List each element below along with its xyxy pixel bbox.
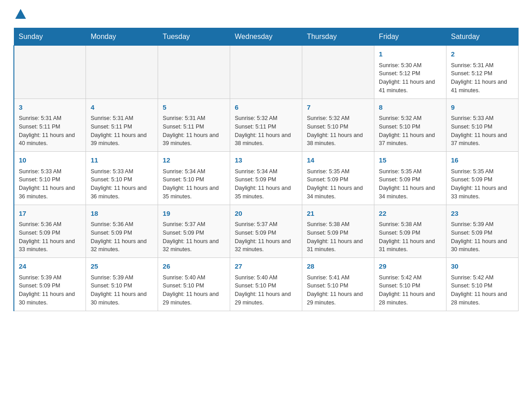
day-info: Sunrise: 5:41 AM Sunset: 5:10 PM Dayligh… — [307, 274, 369, 307]
day-info: Sunrise: 5:33 AM Sunset: 5:10 PM Dayligh… — [90, 167, 153, 201]
calendar-cell: 14Sunrise: 5:35 AM Sunset: 5:09 PM Dayli… — [302, 152, 374, 205]
day-info: Sunrise: 5:35 AM Sunset: 5:09 PM Dayligh… — [379, 167, 442, 201]
calendar-cell: 24Sunrise: 5:39 AM Sunset: 5:09 PM Dayli… — [14, 258, 86, 311]
day-info: Sunrise: 5:31 AM Sunset: 5:12 PM Dayligh… — [451, 61, 514, 95]
day-number: 15 — [379, 155, 442, 166]
day-info: Sunrise: 5:36 AM Sunset: 5:09 PM Dayligh… — [90, 220, 153, 254]
day-info: Sunrise: 5:31 AM Sunset: 5:11 PM Dayligh… — [163, 114, 225, 148]
day-info: Sunrise: 5:38 AM Sunset: 5:09 PM Dayligh… — [307, 220, 369, 254]
calendar-cell: 29Sunrise: 5:42 AM Sunset: 5:10 PM Dayli… — [374, 258, 446, 311]
calendar-cell: 26Sunrise: 5:40 AM Sunset: 5:10 PM Dayli… — [158, 258, 230, 311]
day-number: 27 — [235, 261, 297, 272]
calendar-cell: 16Sunrise: 5:35 AM Sunset: 5:09 PM Dayli… — [446, 152, 519, 205]
calendar-cell: 30Sunrise: 5:42 AM Sunset: 5:10 PM Dayli… — [446, 258, 519, 311]
day-info: Sunrise: 5:35 AM Sunset: 5:09 PM Dayligh… — [307, 167, 369, 201]
calendar-cell: 13Sunrise: 5:34 AM Sunset: 5:09 PM Dayli… — [230, 152, 302, 205]
page-header — [13, 9, 519, 20]
calendar-cell — [302, 46, 374, 99]
logo-triangle-icon — [15, 9, 26, 19]
calendar-week-row: 10Sunrise: 5:33 AM Sunset: 5:10 PM Dayli… — [14, 152, 519, 205]
day-number: 23 — [451, 209, 514, 219]
day-info: Sunrise: 5:40 AM Sunset: 5:10 PM Dayligh… — [163, 274, 225, 307]
day-info: Sunrise: 5:32 AM Sunset: 5:11 PM Dayligh… — [235, 114, 297, 148]
calendar-cell: 21Sunrise: 5:38 AM Sunset: 5:09 PM Dayli… — [302, 205, 374, 258]
day-info: Sunrise: 5:35 AM Sunset: 5:09 PM Dayligh… — [451, 167, 514, 201]
calendar-cell: 23Sunrise: 5:39 AM Sunset: 5:09 PM Dayli… — [446, 205, 519, 258]
day-number: 11 — [90, 155, 153, 166]
day-info: Sunrise: 5:34 AM Sunset: 5:09 PM Dayligh… — [235, 167, 297, 201]
calendar-header-row: SundayMondayTuesdayWednesdayThursdayFrid… — [14, 28, 519, 46]
calendar-cell: 28Sunrise: 5:41 AM Sunset: 5:10 PM Dayli… — [302, 258, 374, 311]
day-info: Sunrise: 5:33 AM Sunset: 5:10 PM Dayligh… — [19, 167, 81, 201]
calendar-cell: 22Sunrise: 5:38 AM Sunset: 5:09 PM Dayli… — [374, 205, 446, 258]
day-info: Sunrise: 5:39 AM Sunset: 5:09 PM Dayligh… — [451, 220, 514, 254]
calendar-cell — [158, 46, 230, 99]
day-info: Sunrise: 5:32 AM Sunset: 5:10 PM Dayligh… — [379, 114, 442, 148]
day-number: 13 — [235, 155, 297, 166]
day-info: Sunrise: 5:39 AM Sunset: 5:10 PM Dayligh… — [90, 274, 153, 307]
calendar-cell — [230, 46, 302, 99]
calendar-cell: 19Sunrise: 5:37 AM Sunset: 5:09 PM Dayli… — [158, 205, 230, 258]
calendar-cell: 3Sunrise: 5:31 AM Sunset: 5:11 PM Daylig… — [14, 98, 86, 152]
calendar-cell: 9Sunrise: 5:33 AM Sunset: 5:10 PM Daylig… — [446, 98, 519, 152]
day-number: 24 — [19, 261, 81, 272]
calendar-week-row: 24Sunrise: 5:39 AM Sunset: 5:09 PM Dayli… — [14, 258, 519, 311]
day-number: 25 — [90, 261, 153, 272]
calendar-table: SundayMondayTuesdayWednesdayThursdayFrid… — [13, 28, 519, 311]
day-number: 5 — [163, 103, 225, 113]
day-number: 1 — [379, 49, 442, 60]
day-number: 26 — [163, 261, 225, 272]
calendar-cell: 27Sunrise: 5:40 AM Sunset: 5:10 PM Dayli… — [230, 258, 302, 311]
calendar-cell: 17Sunrise: 5:36 AM Sunset: 5:09 PM Dayli… — [14, 205, 86, 258]
calendar-cell: 12Sunrise: 5:34 AM Sunset: 5:10 PM Dayli… — [158, 152, 230, 205]
day-number: 17 — [19, 209, 81, 219]
day-number: 2 — [451, 49, 514, 60]
day-info: Sunrise: 5:37 AM Sunset: 5:09 PM Dayligh… — [235, 220, 297, 254]
day-number: 29 — [379, 261, 442, 272]
calendar-cell: 1Sunrise: 5:30 AM Sunset: 5:12 PM Daylig… — [374, 46, 446, 99]
day-number: 28 — [307, 261, 369, 272]
day-info: Sunrise: 5:32 AM Sunset: 5:10 PM Dayligh… — [307, 114, 369, 148]
calendar-cell: 10Sunrise: 5:33 AM Sunset: 5:10 PM Dayli… — [14, 152, 86, 205]
day-info: Sunrise: 5:31 AM Sunset: 5:11 PM Dayligh… — [19, 114, 81, 148]
day-info: Sunrise: 5:39 AM Sunset: 5:09 PM Dayligh… — [19, 274, 81, 307]
day-number: 20 — [235, 209, 297, 219]
calendar-cell: 8Sunrise: 5:32 AM Sunset: 5:10 PM Daylig… — [374, 98, 446, 152]
day-number: 10 — [19, 155, 81, 166]
day-number: 14 — [307, 155, 369, 166]
calendar-cell: 25Sunrise: 5:39 AM Sunset: 5:10 PM Dayli… — [86, 258, 158, 311]
day-number: 21 — [307, 209, 369, 219]
calendar-header-wednesday: Wednesday — [230, 28, 302, 46]
calendar-cell: 20Sunrise: 5:37 AM Sunset: 5:09 PM Dayli… — [230, 205, 302, 258]
day-info: Sunrise: 5:30 AM Sunset: 5:12 PM Dayligh… — [379, 61, 442, 95]
day-number: 16 — [451, 155, 514, 166]
day-number: 6 — [235, 103, 297, 113]
day-info: Sunrise: 5:42 AM Sunset: 5:10 PM Dayligh… — [451, 274, 514, 307]
day-number: 30 — [451, 261, 514, 272]
day-number: 22 — [379, 209, 442, 219]
calendar-cell: 7Sunrise: 5:32 AM Sunset: 5:10 PM Daylig… — [302, 98, 374, 152]
calendar-header-friday: Friday — [374, 28, 446, 46]
calendar-cell — [14, 46, 86, 99]
logo — [13, 9, 26, 20]
calendar-cell: 6Sunrise: 5:32 AM Sunset: 5:11 PM Daylig… — [230, 98, 302, 152]
calendar-cell: 18Sunrise: 5:36 AM Sunset: 5:09 PM Dayli… — [86, 205, 158, 258]
calendar-cell: 2Sunrise: 5:31 AM Sunset: 5:12 PM Daylig… — [446, 46, 519, 99]
calendar-week-row: 3Sunrise: 5:31 AM Sunset: 5:11 PM Daylig… — [14, 98, 519, 152]
calendar-header-sunday: Sunday — [14, 28, 86, 46]
day-info: Sunrise: 5:36 AM Sunset: 5:09 PM Dayligh… — [19, 220, 81, 254]
calendar-cell: 11Sunrise: 5:33 AM Sunset: 5:10 PM Dayli… — [86, 152, 158, 205]
day-number: 12 — [163, 155, 225, 166]
calendar-header-tuesday: Tuesday — [158, 28, 230, 46]
calendar-week-row: 17Sunrise: 5:36 AM Sunset: 5:09 PM Dayli… — [14, 205, 519, 258]
day-info: Sunrise: 5:33 AM Sunset: 5:10 PM Dayligh… — [451, 114, 514, 148]
day-info: Sunrise: 5:42 AM Sunset: 5:10 PM Dayligh… — [379, 274, 442, 307]
calendar-cell: 15Sunrise: 5:35 AM Sunset: 5:09 PM Dayli… — [374, 152, 446, 205]
day-info: Sunrise: 5:37 AM Sunset: 5:09 PM Dayligh… — [163, 220, 225, 254]
day-number: 18 — [90, 209, 153, 219]
day-number: 9 — [451, 103, 514, 113]
day-info: Sunrise: 5:40 AM Sunset: 5:10 PM Dayligh… — [235, 274, 297, 307]
day-number: 7 — [307, 103, 369, 113]
day-number: 8 — [379, 103, 442, 113]
calendar-header-saturday: Saturday — [446, 28, 519, 46]
